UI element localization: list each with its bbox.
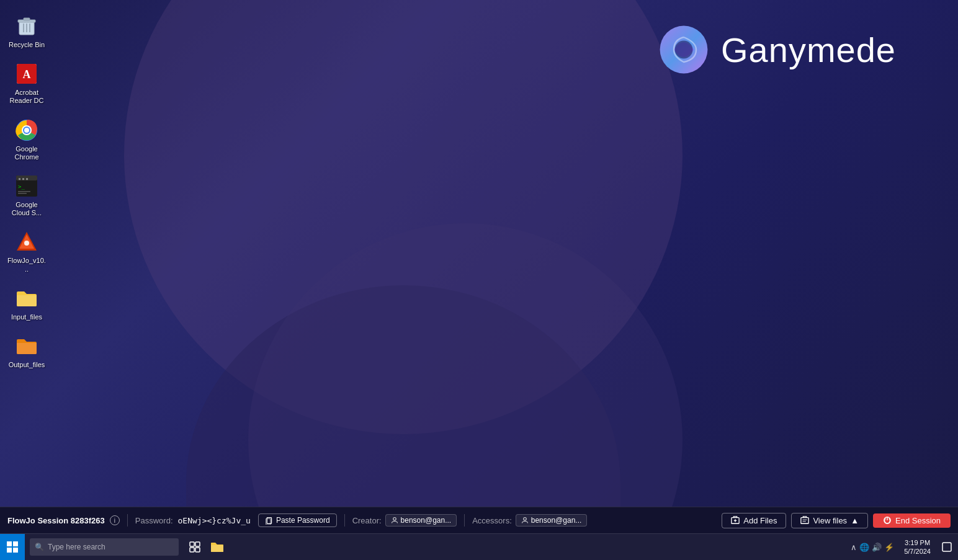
google-chrome-image: [14, 118, 39, 143]
file-explorer-icon: [210, 541, 224, 553]
recycle-bin-image: [14, 14, 39, 38]
notification-button[interactable]: [936, 534, 958, 561]
svg-point-1: [675, 41, 693, 59]
output-files-image: [14, 334, 39, 358]
paste-password-button[interactable]: Paste Password: [258, 513, 337, 527]
view-files-chevron: ▲: [851, 516, 859, 525]
ganymede-logo-icon: [659, 25, 709, 74]
start-button[interactable]: [0, 534, 25, 561]
google-cloud-sdk-label: Google Cloud S...: [7, 201, 46, 217]
desktop-icons: Recycle Bin A Acrobat Reader DC: [0, 6, 53, 381]
svg-text:>_: >_: [18, 184, 25, 190]
flowjo-icon[interactable]: FlowJo_v10...: [5, 227, 48, 275]
divider-3: [464, 514, 465, 527]
taskbar-right: ∧ 🌐 🔊 ⚡ 3:19 PM 5/7/2024: [846, 534, 958, 561]
google-cloud-sdk-icon[interactable]: ■ ■ ■ >_ Google Cloud S...: [5, 171, 48, 220]
background-wave: [186, 285, 620, 533]
svg-rect-45: [942, 543, 951, 551]
output-files-label: Output_files: [9, 361, 45, 369]
file-explorer-button[interactable]: [206, 534, 228, 561]
svg-rect-4: [24, 18, 30, 20]
google-chrome-icon[interactable]: Google Chrome: [5, 115, 48, 164]
svg-rect-32: [801, 518, 808, 524]
task-view-button[interactable]: [184, 534, 206, 561]
password-label: Password:: [135, 516, 173, 525]
terminal-svg: ■ ■ ■ >_: [16, 175, 38, 197]
google-chrome-label: Google Chrome: [7, 145, 46, 161]
taskbar-clock[interactable]: 3:19 PM 5/7/2024: [899, 534, 936, 561]
ganymede-logo-text: Ganymede: [721, 30, 896, 70]
acrobat-reader-image: A: [14, 61, 39, 86]
taskbar: 🔍 Type here search ∧ 🌐 🔊 ⚡ 3:19 PM 5/7/2…: [0, 533, 958, 560]
add-files-button[interactable]: Add Files: [722, 513, 786, 528]
accessors-value: benson@gan...: [531, 516, 582, 525]
add-files-icon: [731, 516, 740, 525]
acrobat-reader-label: Acrobat Reader DC: [7, 89, 46, 105]
output-files-icon[interactable]: Output_files: [5, 331, 48, 371]
google-cloud-sdk-image: ■ ■ ■ >_: [14, 174, 39, 198]
acrobat-reader-icon[interactable]: A Acrobat Reader DC: [5, 59, 48, 107]
input-files-icon[interactable]: Input_files: [5, 283, 48, 324]
task-view-icon: [189, 541, 200, 553]
svg-rect-42: [195, 542, 200, 546]
desktop: Ganymede Recycle Bin: [0, 0, 958, 533]
accessors-badge[interactable]: benson@gan...: [516, 514, 588, 527]
svg-rect-38: [13, 541, 18, 546]
accessors-info: Accessors: benson@gan...: [472, 514, 587, 527]
paste-password-label: Paste Password: [276, 516, 330, 525]
ganymede-bar: FlowJo Session 8283f263 i Password: oENw…: [0, 507, 958, 533]
password-info: Password: oENwj><}cz%Jv_u: [135, 516, 251, 525]
divider-1: [127, 514, 128, 527]
clock-date: 5/7/2024: [904, 547, 931, 556]
creator-info: Creator: benson@gan...: [352, 514, 457, 527]
svg-point-15: [24, 128, 29, 133]
taskbar-search-box[interactable]: 🔍 Type here search: [30, 538, 179, 556]
input-files-image: [14, 286, 39, 311]
svg-point-27: [393, 518, 396, 521]
view-files-icon: [800, 516, 809, 525]
search-icon: 🔍: [35, 543, 44, 551]
accessors-user-icon: [521, 517, 529, 524]
svg-text:■ ■ ■: ■ ■ ■: [19, 177, 28, 180]
svg-rect-41: [190, 542, 194, 546]
creator-badge[interactable]: benson@gan...: [385, 514, 457, 527]
end-session-label: End Session: [895, 516, 941, 525]
svg-rect-40: [13, 548, 18, 553]
input-files-label: Input_files: [11, 313, 42, 321]
svg-rect-44: [195, 548, 200, 552]
session-label: FlowJo Session 8283f263: [7, 516, 105, 525]
clock-time: 3:19 PM: [905, 538, 930, 547]
clipboard-icon: [265, 517, 273, 525]
svg-rect-43: [190, 548, 194, 552]
info-icon[interactable]: i: [110, 515, 120, 525]
svg-rect-37: [7, 541, 12, 546]
volume-icon: 🔊: [872, 543, 882, 552]
svg-rect-21: [18, 193, 27, 194]
systray: ∧ 🌐 🔊 ⚡: [846, 534, 899, 561]
divider-2: [344, 514, 345, 527]
accessors-label: Accessors:: [472, 516, 512, 525]
svg-text:A: A: [23, 68, 31, 81]
svg-rect-39: [7, 548, 12, 553]
svg-point-24: [24, 241, 29, 246]
flowjo-image: [14, 229, 39, 254]
recycle-bin-icon[interactable]: Recycle Bin: [5, 11, 48, 51]
end-session-icon: [883, 516, 892, 525]
notification-icon: [942, 542, 952, 552]
svg-rect-20: [18, 191, 30, 192]
network-icon: 🌐: [859, 543, 869, 552]
input-folder-svg: [16, 289, 38, 308]
recycle-bin-label: Recycle Bin: [9, 41, 45, 49]
output-folder-svg: [16, 337, 38, 355]
action-buttons: Add Files View files ▲ End Session: [722, 513, 951, 528]
taskbar-search-text: Type here search: [48, 543, 105, 551]
windows-logo: [7, 541, 18, 553]
battery-icon: ⚡: [884, 543, 894, 552]
creator-user-icon: [391, 517, 398, 524]
end-session-button[interactable]: End Session: [873, 513, 951, 528]
view-files-button[interactable]: View files ▲: [791, 513, 868, 528]
flowjo-svg: [16, 231, 38, 253]
chrome-svg: [16, 119, 38, 141]
chevron-up-icon[interactable]: ∧: [851, 543, 857, 552]
svg-point-28: [524, 518, 527, 521]
